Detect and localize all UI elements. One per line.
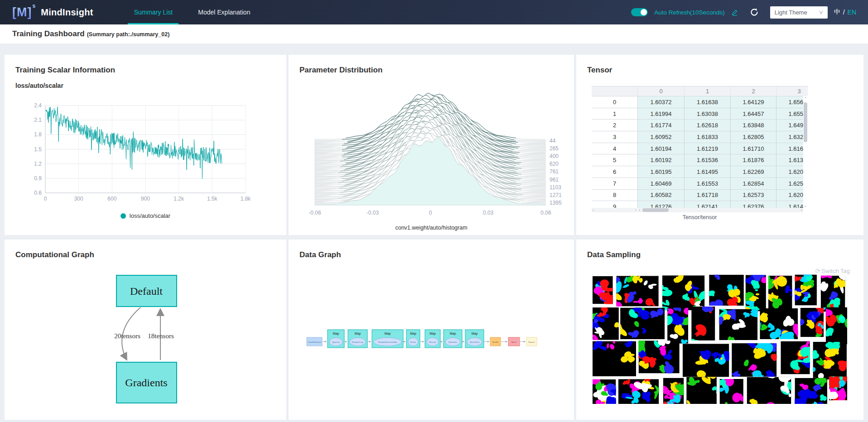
chevron-down-icon: ∨ [818,9,824,15]
navbar-controls: Auto Refresh(10Seconds) Light Theme ∨ 中 … [631,0,868,24]
svg-text:1.8k: 1.8k [241,196,251,202]
svg-text:0.6: 0.6 [34,190,42,196]
toggle-knob [641,9,647,15]
svg-text:1.8: 1.8 [34,131,42,138]
card-parameter-distribution: Parameter Distribution -0.06-0.0300.030.… [289,55,574,235]
svg-text:1271: 1271 [550,192,562,198]
mindinsight-logo: [M]s [12,5,35,19]
page-title: Training Dashboard [12,29,85,38]
svg-text:0.06: 0.06 [540,210,551,216]
svg-text:Resize: Resize [410,341,416,343]
lang-en[interactable]: EN [848,9,856,16]
loss-line-chart: 2.42.11.81.51.20.90.603006009001.2k1.5k1… [13,84,278,211]
svg-text:1.5: 1.5 [34,146,42,153]
svg-text:-0.06: -0.06 [309,210,321,216]
svg-text:1.2k: 1.2k [174,196,184,202]
theme-select[interactable]: Light Theme ∨ [770,6,828,19]
tensor-vertical-scrollbar[interactable]: ⌃ ⌄ [803,96,808,208]
computational-graph-canvas[interactable]: Default Gradients 20tensors 18tensors [5,240,286,420]
svg-text:300: 300 [74,196,83,202]
edit-pencil-icon[interactable] [731,9,738,16]
svg-text:RandomHorizontalFlip: RandomHorizontalFlip [378,341,397,343]
svg-text:Cifar10Dataset: Cifar10Dataset [308,341,321,343]
histogram-caption: conv1.weight/auto/histogram [289,225,574,231]
svg-text:HwcToChw: HwcToChw [470,341,480,343]
svg-text:0: 0 [44,196,47,202]
svg-text:TypeCast: TypeCast [332,341,341,343]
scroll-up-icon[interactable]: ⌃ [803,96,808,101]
page-header: Training Dashboard (Summary path:./summa… [0,24,868,43]
svg-text:44: 44 [550,138,556,144]
histogram-ridgeline-chart: -0.06-0.0300.030.06442654006207619611103… [297,82,566,220]
svg-text:1395: 1395 [550,200,562,206]
summary-path: (Summary path:./summary_02) [87,31,170,38]
svg-text:Gradients: Gradients [125,377,167,388]
lang-zh[interactable]: 中 [834,8,840,16]
svg-text:20tensors: 20tensors [114,332,140,340]
svg-text:Rescale: Rescale [429,341,436,343]
svg-text:1.5k: 1.5k [207,196,218,202]
index-col-scrollbar[interactable]: ‹› [592,208,637,212]
data-graph-canvas[interactable]: Cifar10DatasetMapTypeCastMapRandomCropMa… [289,240,574,420]
app-title: MindInsight [41,7,93,18]
svg-text:RandomCrop: RandomCrop [352,341,364,343]
scalar-legend[interactable]: loss/auto/scalar [5,212,286,219]
tab-summary-list[interactable]: Summary List [121,0,186,24]
svg-text:Map: Map [355,332,361,336]
svg-text:1103: 1103 [550,184,561,191]
svg-text:761: 761 [550,168,559,175]
svg-text:Map: Map [333,332,339,336]
svg-text:Map: Map [472,332,478,336]
svg-text:2.4: 2.4 [34,102,42,109]
svg-text:-0.03: -0.03 [366,210,379,216]
svg-text:Map: Map [429,332,436,336]
card-title-scalar: Training Scalar Information [15,66,115,75]
tab-model-explanation[interactable]: Model Explanation [185,0,263,24]
nav-tabs: Summary List Model Explanation [121,0,263,24]
svg-text:400: 400 [550,153,559,159]
svg-text:Shuffle: Shuffle [492,341,499,343]
svg-text:1.2: 1.2 [34,161,42,167]
svg-text:Repeat: Repeat [528,341,535,343]
svg-text:265: 265 [550,145,559,152]
card-tensor: Tensor 012301.603721.616381.641291.65623… [576,55,863,235]
auto-refresh-toggle[interactable] [631,8,648,16]
svg-text:Map: Map [450,332,456,336]
card-title-tensor: Tensor [587,66,612,75]
legend-dot-icon [121,213,126,219]
theme-select-value: Light Theme [775,9,807,16]
svg-text:Default: Default [130,285,163,297]
card-data-graph: Data Graph Cifar10DatasetMapTypeCastMapR… [289,240,574,420]
dashboard-grid: Training Scalar Information loss/auto/sc… [0,43,868,422]
tensor-horizontal-scrollbar[interactable]: ‹› [638,208,803,212]
card-title-data-sampling: Data Sampling [587,250,641,259]
svg-text:Map: Map [385,332,391,336]
sample-image-montage [593,273,847,404]
horizontal-scroll-thumb[interactable] [642,208,669,212]
card-training-scalar: Training Scalar Information loss/auto/sc… [5,55,286,235]
svg-text:900: 900 [141,196,150,202]
auto-refresh-label: Auto Refresh(10Seconds) [654,9,724,16]
svg-text:Normalize: Normalize [448,341,458,343]
svg-text:0.03: 0.03 [483,210,494,216]
svg-text:18tensors: 18tensors [148,332,174,340]
svg-text:Map: Map [410,332,416,336]
brand: [M]s MindInsight [0,0,93,24]
svg-text:0.9: 0.9 [34,175,42,182]
tensor-caption: Tensor/tensor [592,214,808,221]
svg-text:600: 600 [107,196,116,202]
card-title-histogram: Parameter Distribution [299,66,382,75]
svg-text:2.1: 2.1 [34,117,42,123]
navbar: [M]s MindInsight Summary List Model Expl… [0,0,868,24]
svg-text:961: 961 [550,177,559,183]
logo-superscript: s [32,3,36,9]
card-computational-graph: Computational Graph Default Gradients 20… [5,240,286,420]
tensor-table: 012301.603721.616381.641291.6562311.6199… [592,86,808,213]
mindinsight-app: [M]s MindInsight Summary List Model Expl… [0,0,868,422]
svg-text:620: 620 [550,161,559,167]
language-switch: 中 / EN [834,8,856,16]
refresh-icon[interactable] [749,7,759,17]
svg-text:Batch: Batch [511,341,517,343]
vertical-scroll-thumb[interactable] [804,102,807,142]
scroll-down-icon[interactable]: ⌄ [803,203,808,208]
